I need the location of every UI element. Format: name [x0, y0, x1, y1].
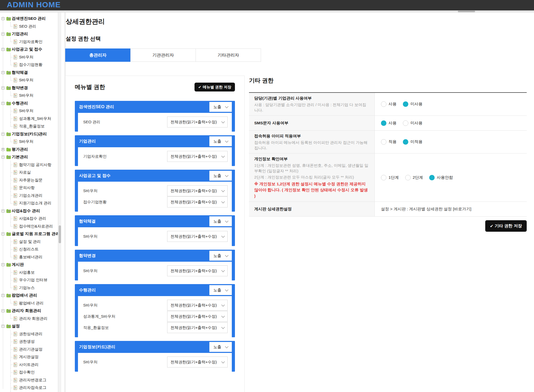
permission-select[interactable]: 전체권한(읽기+출력+수정) [167, 151, 228, 162]
visibility-select[interactable]: 노출 [209, 102, 232, 112]
tree-item-label[interactable]: 접수메인&자료관리 [19, 224, 53, 229]
tree-group-label[interactable]: 평가관리 [12, 147, 28, 152]
tree-item[interactable]: 접수기업현황 [2, 61, 58, 69]
tree-item-label[interactable]: 기업뉴스 [19, 285, 35, 290]
tree-item[interactable]: 홍보배너관리 [2, 253, 58, 261]
tree-item[interactable]: 지원기업소개 관리 [2, 199, 58, 207]
permission-select[interactable]: 전체권한(읽기+출력+수정) [167, 231, 228, 242]
tree-item[interactable]: 협약기업 공지사항 [2, 161, 58, 169]
tree-item-label[interactable]: S바우처 [19, 93, 33, 98]
tree-item-label[interactable]: 기업자료확인 [19, 39, 43, 44]
tree-item[interactable]: 관리기관설정 [2, 346, 58, 353]
radio-option-1단계[interactable]: 1단계 [381, 175, 399, 180]
expand-icon[interactable]: + [2, 148, 4, 151]
radio-option-적용[interactable]: 적용 [381, 139, 397, 145]
tree-group-label[interactable]: 기업관리 [12, 31, 28, 37]
tree-item-label[interactable]: 적용_환율정보 [19, 124, 45, 129]
tree-group-label[interactable]: 팝업배너 관리 [12, 293, 37, 298]
tree-item-label[interactable]: S바우처 [19, 78, 33, 83]
tree-item[interactable]: 게시판설정 [2, 353, 58, 361]
collapse-icon[interactable]: − [2, 71, 4, 74]
tree-item-label[interactable]: 사이트관리 [19, 362, 39, 367]
collapse-icon[interactable]: − [2, 133, 4, 136]
radio-selected-icon[interactable] [403, 101, 408, 107]
visibility-select[interactable]: 노출 [209, 285, 232, 295]
tree-item[interactable]: S바우처 [2, 76, 58, 84]
tree-item-label[interactable]: 기업소개관리 [19, 193, 43, 198]
radio-unselected-icon[interactable] [381, 101, 386, 107]
tree-item-label[interactable]: 팝업배너 관리 [19, 301, 44, 306]
app-logo[interactable]: ADMIN HOME [7, 0, 61, 9]
visibility-select[interactable]: 노출 [209, 251, 232, 261]
tree-item-label[interactable]: 설정 및 관리 [19, 239, 41, 244]
tree-item[interactable]: 적용_환율정보 [2, 123, 58, 130]
tree-item[interactable]: 설정 및 관리 [2, 238, 58, 246]
collapse-icon[interactable]: − [2, 232, 4, 235]
tree-item[interactable]: 사이트관리 [2, 361, 58, 369]
tree-item[interactable]: 신청리스트 [2, 246, 58, 253]
horizontal-scrollbar-thumb[interactable] [458, 11, 475, 12]
tree-item[interactable]: 관리자변경로그 [2, 376, 58, 384]
tab-기관관리자[interactable]: 기관관리자 [130, 48, 196, 62]
collapse-icon[interactable]: − [2, 263, 4, 266]
tree-item[interactable]: 자주묻는질문 [2, 176, 58, 184]
tree-item[interactable]: S바우처 [2, 107, 58, 115]
tree-group-label[interactable]: 기본관리 [12, 154, 28, 160]
tree-item[interactable]: 문의사항 [2, 184, 58, 192]
tree-group-label[interactable]: 게시판 [12, 262, 24, 267]
tree-item-label[interactable]: 관리기관설정 [19, 347, 43, 352]
tree-item[interactable]: 권한생성 [2, 338, 58, 346]
tree-group-label[interactable]: 설정 [12, 323, 20, 329]
tree-item-label[interactable]: 게시판설정 [19, 354, 39, 359]
tree-item-label[interactable]: SEO 관리 [19, 24, 36, 29]
permission-select[interactable]: 전체권한(읽기+출력+수정) [167, 117, 228, 127]
permission-select[interactable]: 전체권한(읽기+출력+수정) [167, 185, 228, 196]
permission-select[interactable]: 전체권한(읽기+출력+수정) [167, 322, 228, 333]
tree-item[interactable]: S바우처 [2, 53, 58, 61]
radio-option-2단계[interactable]: 2단계 [405, 175, 423, 180]
tree-item[interactable]: 사업&접수 관리 [2, 215, 58, 223]
radio-selected-icon[interactable] [403, 139, 408, 145]
visibility-select[interactable]: 노출 [209, 216, 232, 226]
tree-item-label[interactable]: 관리자변경로그 [19, 378, 46, 383]
tree-item-label[interactable]: 홍보배너관리 [19, 255, 43, 260]
tree-item[interactable]: 팝업배너 관리 [2, 299, 58, 307]
other-permission-value[interactable]: 설정 > 게시판 : 게시판별 상세권한 설정 [바로가기] [381, 206, 471, 212]
radio-selected-icon[interactable] [429, 175, 435, 180]
collapse-icon[interactable]: − [2, 17, 4, 20]
collapse-icon[interactable]: − [2, 325, 4, 328]
collapse-icon[interactable]: − [2, 48, 4, 51]
tree-item[interactable]: 사업홍보 [2, 269, 58, 277]
collapse-icon[interactable]: − [2, 156, 4, 158]
visibility-select[interactable]: 노출 [209, 136, 232, 146]
permission-select[interactable]: 전체권한(읽기+출력+수정) [167, 357, 228, 368]
tree-item-label[interactable]: S바우처 [19, 108, 33, 113]
tree-item-label[interactable]: S바우처 [19, 55, 33, 60]
tree-item[interactable]: 접수확인 [2, 369, 58, 376]
tree-item-label[interactable]: 문의사항 [19, 185, 35, 190]
radio-option-미사용[interactable]: 미사용 [403, 120, 423, 126]
tree-item-label[interactable]: 자주묻는질문 [19, 178, 43, 183]
menu-permissions-save-button[interactable]: ✔ 메뉴별 권한 저장 [195, 83, 235, 91]
tree-item-label[interactable]: 관리자접속로그 [19, 385, 46, 390]
sidebar-scrollbar[interactable] [58, 13, 61, 392]
tree-item-label[interactable]: 우수기업 인터뷰 [19, 278, 47, 283]
tree-group-label[interactable]: 기업정보(카드)관리 [12, 131, 47, 137]
visibility-select[interactable]: 노출 [209, 171, 232, 181]
tab-기타관리자[interactable]: 기타관리자 [196, 48, 261, 62]
tree-item[interactable]: 관리자접속로그 [2, 384, 58, 392]
collapse-icon[interactable]: − [2, 309, 4, 312]
tab-총관리자[interactable]: 총관리자 [65, 48, 131, 62]
tree-item-label[interactable]: S바우처 [19, 139, 33, 144]
visibility-select[interactable]: 노출 [209, 342, 232, 352]
tree-item-label[interactable]: 사업&접수 관리 [19, 216, 46, 221]
tree-item-label[interactable]: 성과통계_S바우처 [19, 116, 51, 121]
tree-item[interactable]: 권한상세관리 [2, 330, 58, 338]
tree-item[interactable]: 기업소개관리 [2, 192, 58, 200]
radio-option-사용안함[interactable]: 사용안함 [429, 175, 453, 180]
tree-item[interactable]: SEO 관리 [2, 23, 58, 30]
tree-group-label[interactable]: 수행관리 [12, 101, 28, 106]
collapse-icon[interactable]: − [2, 33, 4, 35]
tree-group-label[interactable]: 협약변경 [12, 85, 28, 91]
collapse-icon[interactable]: − [2, 102, 4, 105]
